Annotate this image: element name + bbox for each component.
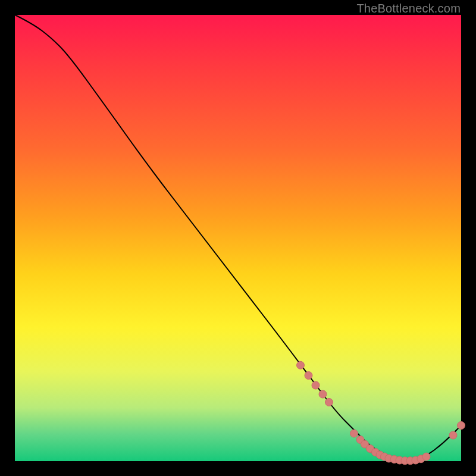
- curve-markers: [297, 361, 465, 465]
- data-point: [319, 390, 327, 398]
- data-point: [449, 431, 457, 439]
- bottleneck-curve: [15, 15, 461, 460]
- data-point: [458, 422, 465, 430]
- chart-frame: TheBottleneck.com: [0, 0, 476, 476]
- curve-svg: [15, 15, 461, 461]
- data-point: [325, 399, 333, 406]
- data-point: [305, 372, 312, 380]
- data-point: [422, 453, 430, 461]
- attribution-label: TheBottleneck.com: [356, 2, 461, 15]
- data-point: [350, 430, 358, 437]
- data-point: [297, 361, 305, 369]
- data-point: [312, 381, 320, 389]
- plot-area: [15, 15, 461, 461]
